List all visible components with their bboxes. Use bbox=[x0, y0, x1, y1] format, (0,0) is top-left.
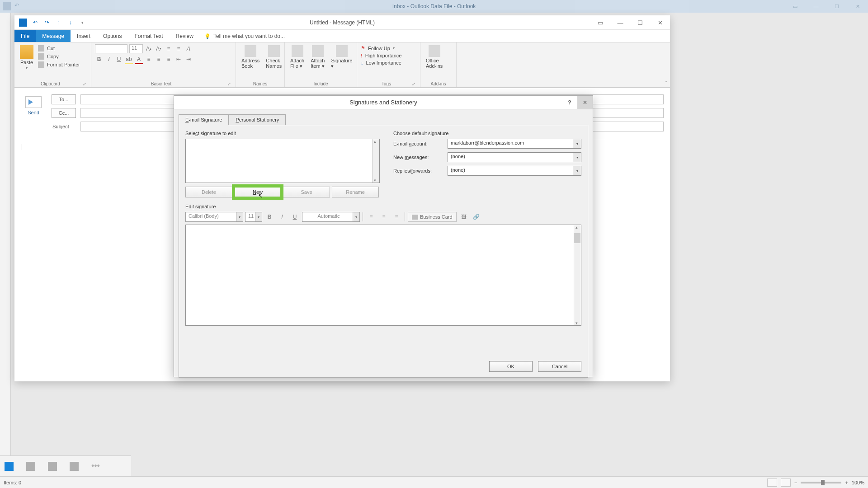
tell-me-search[interactable]: Tell me what you want to do... bbox=[200, 30, 289, 42]
ribbon-display-options-icon[interactable]: ▭ bbox=[590, 15, 610, 30]
tab-message[interactable]: Message bbox=[36, 30, 71, 42]
tab-email-signature[interactable]: E-mail Signature bbox=[179, 114, 229, 125]
to-button[interactable]: To... bbox=[52, 94, 76, 104]
main-close-button[interactable]: ✕ bbox=[847, 0, 868, 13]
calendar-nav-icon[interactable] bbox=[26, 462, 35, 471]
clipboard-launcher-icon[interactable]: ⤢ bbox=[83, 82, 87, 86]
tab-format-text[interactable]: Format Text bbox=[128, 30, 169, 42]
msg-minimize-button[interactable]: — bbox=[610, 15, 630, 30]
exclaim-icon: ! bbox=[361, 53, 363, 58]
signature-list[interactable] bbox=[185, 139, 380, 183]
new-messages-dropdown[interactable]: (none)▾ bbox=[448, 152, 581, 162]
paste-button[interactable]: Paste ▾ bbox=[18, 44, 35, 71]
msg-close-button[interactable]: ✕ bbox=[650, 15, 670, 30]
include-group-label: Include bbox=[288, 80, 353, 86]
sig-italic-button[interactable]: I bbox=[277, 212, 288, 222]
highlight-icon[interactable]: ab bbox=[125, 55, 133, 63]
main-maximize-button[interactable]: ☐ bbox=[826, 0, 847, 13]
check-names-button[interactable]: CheckNames bbox=[264, 44, 283, 70]
tab-review[interactable]: Review bbox=[170, 30, 200, 42]
high-importance-button[interactable]: !High Importance bbox=[361, 52, 416, 59]
people-nav-icon[interactable] bbox=[48, 462, 57, 471]
increase-indent-icon[interactable]: ⇥ bbox=[184, 55, 193, 63]
follow-up-button[interactable]: ⚑Follow Up▾ bbox=[361, 44, 416, 52]
cc-button[interactable]: Cc... bbox=[52, 108, 76, 118]
sig-align-center-icon[interactable]: ≡ bbox=[378, 212, 389, 222]
tab-file[interactable]: File bbox=[14, 30, 36, 42]
font-size-dropdown[interactable]: 11 bbox=[129, 44, 143, 53]
siglist-scrollbar[interactable] bbox=[372, 139, 379, 183]
tasks-nav-icon[interactable] bbox=[70, 462, 79, 471]
scrollbar-thumb[interactable] bbox=[574, 233, 580, 243]
clear-formatting-icon[interactable]: A bbox=[184, 45, 193, 53]
sig-bold-button[interactable]: B bbox=[264, 212, 275, 222]
sig-color-dropdown[interactable]: Automatic▾ bbox=[302, 212, 360, 222]
msg-maximize-button[interactable]: ☐ bbox=[630, 15, 650, 30]
office-addins-button[interactable]: OfficeAdd-ins bbox=[424, 44, 444, 70]
view-reading-button[interactable] bbox=[781, 479, 791, 487]
sig-align-right-icon[interactable]: ≡ bbox=[391, 212, 402, 222]
mail-nav-icon[interactable] bbox=[5, 462, 14, 471]
main-minimize-button[interactable]: — bbox=[806, 0, 826, 13]
tab-options[interactable]: Options bbox=[97, 30, 128, 42]
cancel-button[interactable]: Cancel bbox=[538, 361, 581, 372]
grow-font-icon[interactable]: A▴ bbox=[145, 45, 153, 53]
insert-hyperlink-icon[interactable]: 🔗 bbox=[471, 212, 482, 222]
new-button[interactable]: New↖ bbox=[234, 187, 281, 197]
business-card-button[interactable]: Business Card bbox=[408, 212, 457, 222]
dialog-help-button[interactable]: ? bbox=[562, 96, 577, 109]
sig-size-dropdown[interactable]: 11▾ bbox=[245, 212, 262, 222]
tab-insert[interactable]: Insert bbox=[71, 30, 97, 42]
sig-align-left-icon[interactable]: ≡ bbox=[366, 212, 377, 222]
main-ribbon-options-icon[interactable]: ▭ bbox=[785, 0, 806, 13]
bold-button[interactable]: B bbox=[95, 55, 103, 63]
view-normal-button[interactable] bbox=[767, 479, 777, 487]
signature-editor[interactable] bbox=[185, 225, 581, 326]
zoom-slider[interactable] bbox=[801, 482, 841, 483]
next-item-icon[interactable]: ↓ bbox=[67, 19, 74, 26]
underline-button[interactable]: U bbox=[115, 55, 123, 63]
email-account-dropdown[interactable]: marklabarr@blenderpassion.com▾ bbox=[448, 139, 581, 149]
rename-button[interactable]: Rename bbox=[332, 187, 379, 197]
folder-pane-collapsed[interactable] bbox=[0, 13, 11, 476]
tags-launcher-icon[interactable]: ⤢ bbox=[412, 82, 416, 86]
align-left-icon[interactable]: ≡ bbox=[145, 55, 153, 63]
redo-icon[interactable]: ↷ bbox=[43, 19, 51, 26]
cut-button[interactable]: Cut bbox=[38, 44, 80, 52]
align-right-icon[interactable]: ≡ bbox=[165, 55, 173, 63]
zoom-out-button[interactable]: − bbox=[794, 480, 797, 485]
font-color-icon[interactable]: A bbox=[135, 55, 143, 63]
attach-file-button[interactable]: AttachFile ▾ bbox=[288, 44, 306, 70]
basictext-launcher-icon[interactable]: ⤢ bbox=[227, 82, 232, 86]
attach-item-button[interactable]: AttachItem ▾ bbox=[309, 44, 326, 70]
align-center-icon[interactable]: ≡ bbox=[155, 55, 163, 63]
sig-underline-button[interactable]: U bbox=[289, 212, 300, 222]
send-button[interactable]: Send bbox=[21, 94, 46, 131]
font-family-dropdown[interactable] bbox=[95, 44, 127, 53]
undo-icon[interactable]: ↶ bbox=[32, 19, 39, 26]
delete-button[interactable]: Delete bbox=[185, 187, 232, 197]
zoom-in-button[interactable]: + bbox=[845, 480, 848, 485]
collapse-ribbon-icon[interactable]: ˄ bbox=[665, 80, 667, 85]
sig-font-dropdown[interactable]: Calibri (Body)▾ bbox=[185, 212, 243, 222]
decrease-indent-icon[interactable]: ⇤ bbox=[175, 55, 183, 63]
ok-button[interactable]: OK bbox=[489, 361, 533, 372]
copy-button[interactable]: Copy bbox=[38, 52, 80, 61]
format-painter-button[interactable]: Format Painter bbox=[38, 61, 80, 69]
prev-item-icon[interactable]: ↑ bbox=[55, 19, 62, 26]
save-icon[interactable] bbox=[19, 19, 27, 27]
replies-forwards-dropdown[interactable]: (none)▾ bbox=[448, 166, 581, 176]
save-sig-button[interactable]: Save bbox=[283, 187, 330, 197]
dialog-close-button[interactable]: ✕ bbox=[577, 96, 593, 109]
low-importance-button[interactable]: ↓Low Importance bbox=[361, 59, 416, 66]
italic-button[interactable]: I bbox=[105, 55, 113, 63]
signature-button[interactable]: Signature▾ bbox=[329, 44, 354, 70]
shrink-font-icon[interactable]: A▾ bbox=[155, 45, 163, 53]
numbering-icon[interactable]: ≡ bbox=[175, 45, 183, 53]
qat-customize-icon[interactable]: ▾ bbox=[79, 19, 86, 26]
address-book-button[interactable]: AddressBook bbox=[240, 44, 261, 70]
more-nav-icon[interactable]: ••• bbox=[91, 462, 100, 471]
insert-picture-icon[interactable]: 🖼 bbox=[458, 212, 469, 222]
tab-personal-stationery[interactable]: Personal Stationery bbox=[229, 114, 286, 125]
bullets-icon[interactable]: ≡ bbox=[165, 45, 173, 53]
